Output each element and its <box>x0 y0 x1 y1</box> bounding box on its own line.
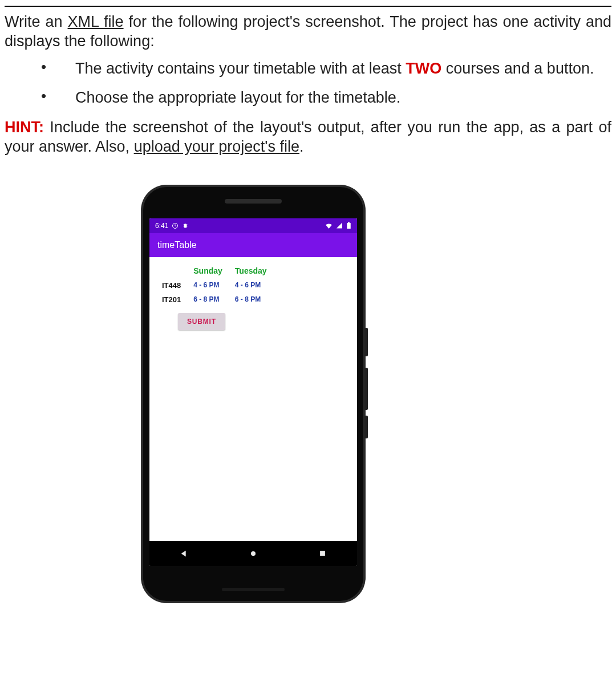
home-icon[interactable] <box>249 549 258 558</box>
hint-underline: upload your project's file <box>134 138 299 155</box>
recents-icon[interactable] <box>318 549 327 558</box>
bullet-list: The activity contains your timetable wit… <box>41 59 611 108</box>
wifi-icon <box>325 222 333 229</box>
battery-icon <box>346 222 351 229</box>
question-body: Write an XML file for the following proj… <box>5 13 611 157</box>
bullet1-suffix: courses and a button. <box>441 60 594 77</box>
cell-sun: 6 - 8 PM <box>190 294 226 305</box>
cell-tue: 4 - 6 PM <box>232 280 270 291</box>
phone-chin-line <box>222 588 285 591</box>
phone-side-button <box>364 328 368 356</box>
debug-icon <box>182 222 189 229</box>
bullet1-red: TWO <box>406 60 441 77</box>
submit-button[interactable]: SUBMIT <box>178 313 225 330</box>
bullet1-prefix: The activity contains your timetable wit… <box>75 60 406 77</box>
android-nav-bar <box>149 541 357 566</box>
course-code: IT448 <box>159 280 184 291</box>
signal-icon <box>336 222 343 229</box>
svg-rect-1 <box>184 223 187 227</box>
th-sunday: Sunday <box>190 265 226 277</box>
th-tuesday: Tuesday <box>232 265 270 277</box>
svg-point-4 <box>251 551 256 556</box>
table-row: IT201 6 - 8 PM 6 - 8 PM <box>159 294 270 305</box>
intro-paragraph: Write an XML file for the following proj… <box>5 13 611 51</box>
clock-icon <box>172 222 179 229</box>
svg-rect-2 <box>347 223 351 229</box>
app-content: Sunday Tuesday IT448 4 - 6 PM 4 - 6 PM I… <box>149 257 357 541</box>
bullet-1: The activity contains your timetable wit… <box>41 59 611 79</box>
phone-side-button <box>364 416 368 438</box>
status-right <box>325 222 351 229</box>
phone-speaker <box>225 199 282 204</box>
hint-period: . <box>299 138 304 155</box>
phone-screen: 6:41 <box>149 218 357 566</box>
course-code: IT201 <box>159 294 184 305</box>
hint-body-prefix: Include the screenshot of the layout's o… <box>5 119 611 155</box>
cell-tue: 6 - 8 PM <box>232 294 270 305</box>
bullet-2: Choose the appropriate layout for the ti… <box>41 88 611 108</box>
phone-frame: 6:41 <box>141 185 365 603</box>
th-empty <box>159 265 184 277</box>
back-icon[interactable] <box>180 549 189 558</box>
svg-rect-5 <box>320 551 325 556</box>
top-rule <box>5 6 611 7</box>
app-bar: timeTable <box>149 233 357 257</box>
status-time: 6:41 <box>155 222 168 230</box>
table-row: IT448 4 - 6 PM 4 - 6 PM <box>159 280 270 291</box>
svg-rect-3 <box>348 222 350 223</box>
app-title: timeTable <box>157 240 196 250</box>
status-left: 6:41 <box>155 222 189 230</box>
timetable: Sunday Tuesday IT448 4 - 6 PM 4 - 6 PM I… <box>153 262 276 308</box>
phone-side-button <box>364 368 368 410</box>
status-bar: 6:41 <box>149 218 357 233</box>
intro-underline: XML file <box>68 13 124 30</box>
hint-label: HINT: <box>5 119 44 136</box>
phone-mock-container: 6:41 <box>141 185 370 603</box>
intro-prefix: Write an <box>5 13 68 30</box>
cell-sun: 4 - 6 PM <box>190 280 226 291</box>
hint-paragraph: HINT: Include the screenshot of the layo… <box>5 118 611 157</box>
